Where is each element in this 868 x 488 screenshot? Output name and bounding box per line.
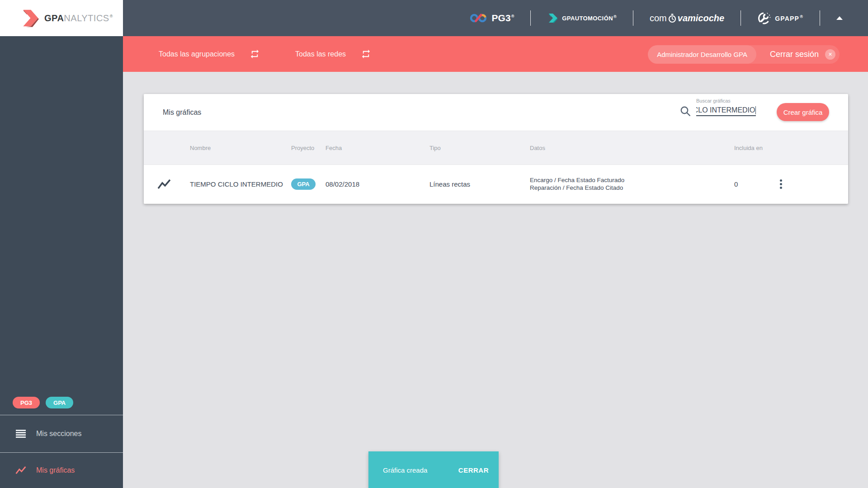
snackbar-message: Gráfica creada	[383, 466, 427, 474]
row-data-line1: Encargo / Fecha Estado Facturado	[530, 177, 734, 184]
search-input[interactable]: CICLO INTERMEDIO	[696, 105, 756, 116]
session-pill: Administrador Desarrollo GPA Cerrar sesi…	[648, 45, 840, 64]
row-date: 08/02/2018	[326, 180, 429, 188]
search-input-value: CICLO INTERMEDIO	[696, 106, 755, 114]
text-cursor	[755, 106, 756, 114]
graphs-card: Mis gráficas Buscar gráficas CICLO INTER…	[144, 94, 848, 204]
row-data: Encargo / Fecha Estado Facturado Reparac…	[530, 177, 734, 192]
row-included-in: 0	[734, 180, 776, 188]
card-header: Mis gráficas Buscar gráficas CICLO INTER…	[144, 94, 848, 131]
search-label: Buscar gráficas	[696, 98, 756, 103]
collapse-up-icon[interactable]	[836, 16, 843, 20]
gpapp-wrench-icon	[757, 11, 771, 25]
column-header-datos: Datos	[530, 145, 734, 151]
app-logo[interactable]: GPANALYTICS®	[0, 0, 123, 36]
current-user-label: Administrador Desarrollo GPA	[648, 45, 756, 64]
brand-gpautomocion-label: GPAUTOMOCIÓN®	[562, 14, 617, 22]
logo-light: NALYTICS	[64, 13, 109, 23]
app-logo-text: GPANALYTICS®	[44, 13, 113, 23]
divider	[530, 10, 531, 26]
swap-icon[interactable]	[250, 49, 260, 59]
column-header-proyecto: Proyecto	[291, 145, 326, 151]
filter-redes[interactable]: Todas las redes	[295, 36, 371, 72]
sidebar-item-label: Mis gráficas	[36, 466, 75, 474]
line-chart-icon	[144, 178, 190, 190]
gpa-analytics-logo-icon	[20, 8, 40, 28]
row-project: GPA	[291, 178, 326, 190]
brand-comvamicoche[interactable]: com vamicoche	[650, 13, 724, 23]
badge-gpa[interactable]: GPA	[46, 397, 73, 408]
column-header-tipo: Tipo	[429, 145, 530, 151]
search-icon[interactable]	[679, 105, 692, 119]
swap-icon[interactable]	[361, 49, 371, 59]
row-data-line2: Reparación / Fecha Estado Citado	[530, 184, 734, 192]
brand-cluster: PG3® GPAUTOMOCIÓN® com vamicoche	[470, 0, 843, 36]
table-header: Nombre Proyecto Fecha Tipo Datos Incluid…	[144, 131, 848, 165]
project-badge: GPA	[291, 178, 316, 190]
filter-agrupaciones-label: Todas las agrupaciones	[159, 50, 235, 58]
brand-pg3-label: PG3®	[492, 13, 514, 23]
divider	[633, 10, 633, 26]
brand-gpapp[interactable]: GPAPP®	[757, 11, 803, 25]
column-header-fecha: Fecha	[326, 145, 429, 151]
brand-gpautomocion[interactable]: GPAUTOMOCIÓN®	[547, 13, 617, 23]
filter-bar: Todas las agrupaciones Todas las redes A…	[123, 36, 868, 72]
row-type: Líneas rectas	[429, 180, 530, 188]
divider	[820, 10, 820, 26]
badge-pg3[interactable]: PG3	[13, 397, 40, 408]
column-header-incluida-en: Incluida en	[734, 145, 776, 151]
logout-button[interactable]: Cerrar sesión	[770, 50, 819, 59]
gpautomocion-arrow-icon	[547, 13, 558, 23]
brand-gpapp-label: GPAPP®	[775, 14, 803, 22]
power-icon[interactable]: ✕	[825, 49, 835, 60]
filter-redes-label: Todas las redes	[295, 50, 346, 58]
top-bar: PG3® GPAUTOMOCIÓN® com vamicoche	[123, 0, 868, 36]
sidebar-badges: PG3 GPA	[13, 397, 73, 408]
snackbar: Gráfica creada CERRAR	[368, 451, 499, 488]
column-header-nombre: Nombre	[190, 145, 291, 151]
brand-comvamicoche-label: com vamicoche	[650, 13, 724, 23]
sidebar: GPANALYTICS® PG3 GPA Mis secciones Mis g…	[0, 0, 123, 488]
page-title: Mis gráficas	[163, 108, 201, 117]
table-row[interactable]: TIEMPO CICLO INTERMEDIO GPA 08/02/2018 L…	[144, 165, 848, 203]
filter-agrupaciones[interactable]: Todas las agrupaciones	[159, 36, 260, 72]
clock-icon	[668, 14, 677, 23]
search-field[interactable]: Buscar gráficas CICLO INTERMEDIO	[696, 98, 756, 116]
sidebar-item-mis-graficas[interactable]: Mis gráficas	[0, 452, 123, 488]
sidebar-item-label: Mis secciones	[36, 430, 81, 438]
brand-pg3[interactable]: PG3®	[470, 12, 514, 24]
sidebar-item-mis-secciones[interactable]: Mis secciones	[0, 415, 123, 452]
divider	[741, 10, 741, 26]
logo-reg: ®	[110, 14, 113, 19]
row-name: TIEMPO CICLO INTERMEDIO	[190, 180, 291, 188]
snackbar-close-button[interactable]: CERRAR	[454, 464, 493, 477]
chart-line-icon	[15, 465, 26, 476]
logo-bold: GPA	[44, 13, 64, 23]
kebab-menu-icon[interactable]	[776, 179, 787, 189]
create-graph-button[interactable]: Crear gráfica	[777, 103, 829, 121]
pg3-infinity-icon	[470, 12, 488, 24]
menu-icon	[15, 430, 26, 438]
